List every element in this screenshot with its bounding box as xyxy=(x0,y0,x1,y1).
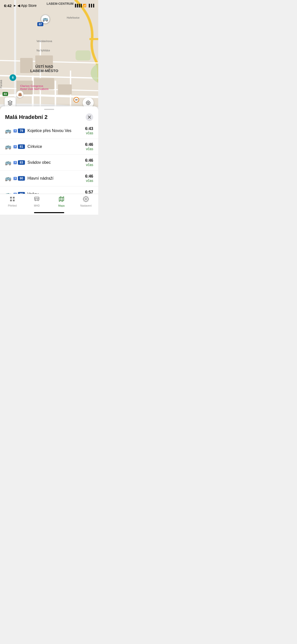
time-info-3: 6:46 včas xyxy=(85,174,93,183)
svg-point-11 xyxy=(87,102,89,104)
hotel-label: Clarion CongressHotel Ústí nad Labem xyxy=(20,84,48,90)
wifi-icon: 📶 xyxy=(83,4,86,7)
departure-item[interactable]: 🚌 ♿ 81 Církvice 6:46 včas xyxy=(0,139,98,155)
svg-rect-15 xyxy=(10,197,12,199)
route-num-3: 90 xyxy=(18,176,25,181)
route-num-1: 81 xyxy=(18,144,25,149)
bus-icon-1: 🚌 xyxy=(5,144,11,150)
wheelchair-icon-3: ♿ xyxy=(13,177,17,180)
speed-limit-30a: 30 xyxy=(74,97,79,103)
sheet-header: Malá Hradební 2 xyxy=(0,110,98,123)
tab-mhd[interactable]: MHD xyxy=(25,196,49,207)
svg-point-20 xyxy=(36,199,36,200)
svg-point-21 xyxy=(38,199,38,200)
status-time: 6:42 xyxy=(4,4,12,8)
bus-icon-3: 🚌 xyxy=(5,175,11,181)
map-route-6[interactable]: 6 xyxy=(10,74,16,81)
wheelchair-icon-1: ♿ xyxy=(13,145,17,148)
route-info-2: ♿ 83 xyxy=(13,160,25,165)
tab-label-mhd: MHD xyxy=(34,204,40,207)
tab-prehled[interactable]: Přehled xyxy=(0,196,25,207)
dep-time-3: 6:46 xyxy=(85,174,93,179)
time-info-2: 6:46 včas xyxy=(85,158,93,167)
bottom-sheet: Malá Hradební 2 🚌 ♿ 79 Kojetice přes Nov… xyxy=(0,106,98,215)
home-indicator xyxy=(34,212,64,213)
signal-icon: ▐▐▐▐ xyxy=(74,4,81,7)
svg-point-12 xyxy=(86,101,90,105)
dep-time-1: 6:46 xyxy=(85,142,93,147)
tab-bar: Přehled MHD Mapa Nastavení xyxy=(0,194,98,215)
svg-point-24 xyxy=(85,198,87,200)
tab-icon-nastaveni xyxy=(83,196,89,204)
route-info-3: ♿ 90 xyxy=(13,176,25,181)
route-info-0: ♿ 79 xyxy=(13,128,25,133)
svg-rect-19 xyxy=(35,197,39,200)
close-button[interactable] xyxy=(86,113,93,121)
destination-3: Hlavní nádraží xyxy=(27,176,85,181)
tab-nastaveni[interactable]: Nastavení xyxy=(74,196,98,207)
map-view[interactable]: 6:42 ➤ ◀ App Store ▐▐▐▐ 📶 ▐▐▐ 🚌 87 🚌 🚌 Ú… xyxy=(0,0,98,121)
destination-0: Kojetice přes Novou Ves xyxy=(27,128,85,133)
route-info-1: ♿ 81 xyxy=(13,144,25,149)
departure-item[interactable]: 🚌 ♿ 90 Hlavní nádraží 6:46 včas xyxy=(0,171,98,186)
dep-time-0: 6:43 xyxy=(85,126,93,131)
dep-status-2: včas xyxy=(85,163,93,167)
dep-status-3: včas xyxy=(85,179,93,183)
dep-status-1: včas xyxy=(85,147,93,151)
bus-icon-0: 🚌 xyxy=(5,128,11,134)
route-num-0: 79 xyxy=(18,128,25,133)
battery-icon: ▐▐▐ xyxy=(88,4,94,7)
dep-time-2: 6:46 xyxy=(85,158,93,163)
bus-icon-2: 🚌 xyxy=(5,159,11,166)
svg-rect-18 xyxy=(13,200,15,201)
svg-marker-10 xyxy=(8,101,12,103)
status-bar: 6:42 ➤ ◀ App Store ▐▐▐▐ 📶 ▐▐▐ xyxy=(0,0,98,11)
route-badge-87[interactable]: 87 xyxy=(37,22,43,26)
tab-icon-mhd xyxy=(34,196,40,204)
stop-title: Malá Hradební 2 xyxy=(5,114,48,120)
map-route-83[interactable]: 83 xyxy=(3,92,8,96)
hotel-pin[interactable]: 🏨 xyxy=(16,91,23,98)
tab-icon-mapa xyxy=(58,196,64,204)
svg-rect-16 xyxy=(13,197,15,199)
destination-2: Svádov obec xyxy=(27,160,85,165)
destination-1: Církvice xyxy=(27,144,85,149)
back-button[interactable]: ◀ App Store xyxy=(17,4,37,8)
navigation-arrow: ➤ xyxy=(13,4,16,8)
time-info-0: 6:43 včas xyxy=(85,126,93,135)
departure-item[interactable]: 🚌 ♿ 83 Svádov obec 6:46 včas xyxy=(0,155,98,171)
svg-rect-5 xyxy=(58,84,72,94)
wheelchair-icon-0: ♿ xyxy=(13,129,17,133)
wheelchair-icon-2: ♿ xyxy=(13,161,17,164)
svg-rect-17 xyxy=(10,200,12,201)
dep-status-0: včas xyxy=(85,131,93,135)
departure-list: 🚌 ♿ 79 Kojetice přes Novou Ves 6:43 včas… xyxy=(0,123,98,195)
tab-mapa[interactable]: Mapa xyxy=(49,196,74,207)
svg-rect-6 xyxy=(20,58,33,73)
tab-label-prehled: Přehled xyxy=(8,204,17,207)
tab-label-nastaveni: Nastavení xyxy=(80,204,92,207)
departure-item[interactable]: 🚌 ♿ 79 Kojetice přes Novou Ves 6:43 včas xyxy=(0,123,98,139)
tab-icon-prehled xyxy=(9,196,15,204)
route-num-2: 83 xyxy=(18,160,25,165)
svg-rect-7 xyxy=(35,55,53,69)
svg-rect-2 xyxy=(76,50,91,60)
time-info-1: 6:46 včas xyxy=(85,142,93,151)
tab-label-mapa: Mapa xyxy=(58,204,64,207)
